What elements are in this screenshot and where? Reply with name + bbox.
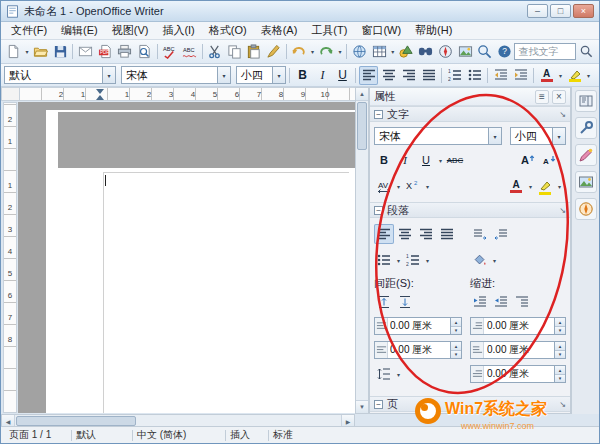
save-icon[interactable] (51, 42, 70, 62)
styles-and-formatting-tab-icon[interactable] (575, 144, 597, 166)
align-center-button[interactable] (379, 66, 398, 85)
chevron-down-icon[interactable]: ▾ (102, 67, 115, 83)
font-size-combo[interactable]: 小四 ▾ (236, 66, 286, 84)
spin-down-icon[interactable]: ▾ (555, 350, 565, 359)
scroll-up-icon[interactable]: ▲ (356, 88, 368, 101)
document-page[interactable] (46, 110, 355, 413)
sidebar-font-color-button[interactable]: A (506, 176, 526, 196)
chevron-down-icon[interactable]: ▾ (395, 257, 402, 264)
horizontal-scrollbar-thumb[interactable] (16, 416, 136, 426)
decrease-spacing-button[interactable] (395, 292, 415, 312)
menu-item[interactable]: 工具(T) (304, 22, 354, 39)
status-language[interactable]: 中文 (简体) (133, 428, 225, 442)
collapse-icon[interactable]: − (374, 206, 383, 215)
indent-before-field[interactable]: ▴▾ (470, 317, 566, 335)
dialog-launcher-icon[interactable]: ↘ (559, 206, 566, 215)
spelling-icon[interactable]: ABC (160, 42, 179, 62)
menu-item[interactable]: 文件(F) (4, 22, 54, 39)
sidebar-bullet-list-button[interactable] (374, 250, 394, 270)
show-draw-functions-icon[interactable] (397, 42, 416, 62)
font-name-combo[interactable]: 宋体 ▾ (121, 66, 231, 84)
italic-button[interactable]: I (313, 66, 332, 85)
vertical-ruler[interactable]: 2112345678 (3, 102, 17, 413)
search-icon[interactable] (577, 42, 596, 62)
status-page-number[interactable]: 页面 1 / 1 (5, 428, 71, 442)
line-spacing-button[interactable] (374, 364, 394, 384)
spin-up-icon[interactable]: ▴ (555, 342, 565, 350)
menu-item[interactable]: 格式(O) (202, 22, 254, 39)
print-icon[interactable] (115, 42, 134, 62)
sidebar-font-name-combo[interactable]: 宋体 ▾ (374, 127, 502, 145)
chevron-down-icon[interactable]: ▾ (557, 72, 564, 79)
align-left-button[interactable] (359, 66, 378, 85)
redo-icon[interactable] (317, 42, 336, 62)
decrease-font-size-button[interactable]: A (539, 150, 559, 170)
spacing-above-field[interactable]: ▴▾ (374, 317, 462, 335)
spacing-below-field[interactable]: ▴▾ (374, 341, 462, 359)
format-paintbrush-icon[interactable] (264, 42, 283, 62)
chevron-down-icon[interactable]: ▾ (24, 48, 31, 55)
sidebar-settings-icon[interactable] (575, 90, 597, 112)
find-replace-icon[interactable] (417, 42, 436, 62)
chevron-down-icon[interactable]: ▾ (337, 48, 344, 55)
spin-down-icon[interactable]: ▾ (555, 374, 565, 383)
insert-table-icon[interactable] (370, 42, 389, 62)
sidebar-font-size-combo[interactable]: 小四 ▾ (510, 127, 566, 145)
indent-after-input[interactable] (485, 345, 553, 356)
zoom-icon[interactable] (475, 42, 494, 62)
dialog-launcher-icon[interactable]: ↘ (559, 110, 566, 119)
search-input[interactable] (514, 43, 576, 60)
copy-icon[interactable] (225, 42, 244, 62)
indent-after-field[interactable]: ▴▾ (470, 341, 566, 359)
menu-item[interactable]: 帮助(H) (408, 22, 459, 39)
navigator-tab-icon[interactable] (575, 198, 597, 220)
spin-down-icon[interactable]: ▾ (451, 326, 461, 335)
align-right-button[interactable] (399, 66, 418, 85)
increase-font-size-button[interactable]: A (518, 150, 538, 170)
spin-down-icon[interactable]: ▾ (555, 326, 565, 335)
gallery-icon[interactable] (456, 42, 475, 62)
sidebar-highlighting-button[interactable] (535, 176, 555, 196)
chevron-down-icon[interactable]: ▾ (217, 67, 230, 83)
spin-up-icon[interactable]: ▴ (555, 318, 565, 326)
scroll-down-icon[interactable]: ▼ (356, 400, 368, 413)
menu-item[interactable]: 插入(I) (155, 22, 201, 39)
hanging-indent-button[interactable] (512, 292, 532, 312)
text-direction-rtl-button[interactable] (491, 224, 511, 244)
character-spacing-button[interactable]: AV (374, 176, 394, 196)
properties-tab-icon[interactable] (575, 117, 597, 139)
collapse-icon[interactable]: − (374, 400, 383, 409)
sidebar-menu-icon[interactable]: ≡ (535, 90, 549, 104)
sidebar-align-left-button[interactable] (374, 224, 394, 244)
auto-spellcheck-icon[interactable]: ABC (180, 42, 199, 62)
chevron-down-icon[interactable]: ▾ (491, 257, 498, 264)
chevron-down-icon[interactable]: ▾ (395, 371, 402, 378)
collapse-icon[interactable]: − (374, 110, 383, 119)
chevron-down-icon[interactable]: ▾ (437, 157, 444, 164)
text-direction-ltr-button[interactable] (470, 224, 490, 244)
chevron-down-icon[interactable]: ▾ (488, 128, 501, 144)
email-icon[interactable] (76, 42, 95, 62)
hyperlink-icon[interactable] (350, 42, 369, 62)
vertical-scrollbar-thumb[interactable] (357, 102, 367, 150)
menu-item[interactable]: 视图(V) (105, 22, 156, 39)
chevron-down-icon[interactable]: ▾ (395, 183, 402, 190)
page-preview-icon[interactable] (135, 42, 154, 62)
justify-button[interactable] (419, 66, 438, 85)
status-insert-mode[interactable]: 插入 (226, 428, 268, 442)
sidebar-increase-indent-button[interactable] (470, 292, 490, 312)
indent-marker[interactable] (96, 89, 105, 100)
chevron-down-icon[interactable]: ▾ (552, 128, 565, 144)
character-section-header[interactable]: − 文字 ↘ (370, 106, 570, 122)
chevron-down-icon[interactable]: ▾ (527, 183, 534, 190)
chevron-down-icon[interactable]: ▾ (556, 183, 563, 190)
help-icon[interactable]: ? (495, 42, 514, 62)
increase-indent-button[interactable] (511, 66, 530, 85)
horizontal-ruler[interactable]: 2112345678910 (20, 87, 355, 101)
sidebar-italic-button[interactable]: I (395, 150, 415, 170)
spin-up-icon[interactable]: ▴ (451, 318, 461, 326)
document-workspace[interactable] (18, 102, 355, 413)
paste-icon[interactable] (245, 42, 264, 62)
maximize-button[interactable]: □ (550, 4, 571, 18)
indent-before-input[interactable] (485, 321, 553, 332)
